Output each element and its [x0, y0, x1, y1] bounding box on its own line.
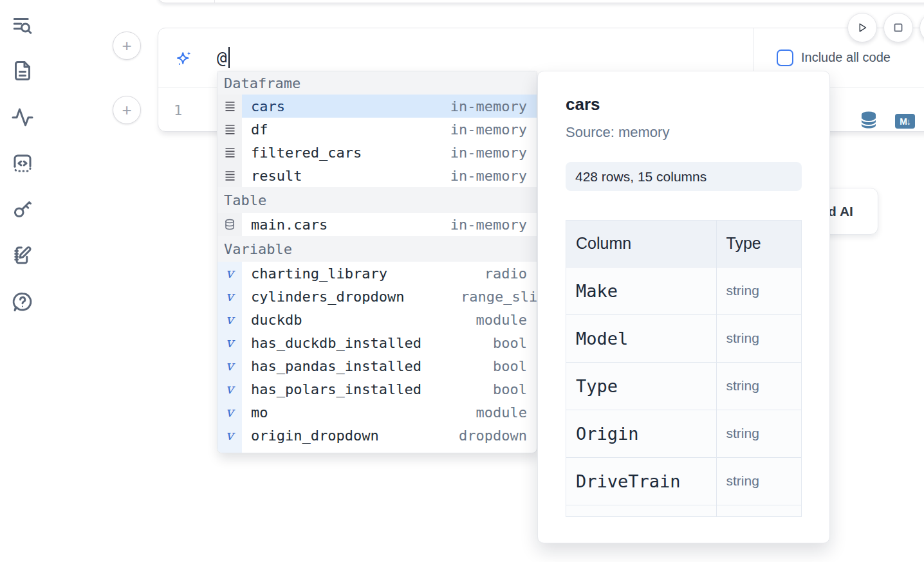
autocomplete-dropdown: Dataframe carsin-memory dfin-memory filt…: [217, 71, 537, 453]
autocomplete-item-cars[interactable]: carsin-memory: [217, 95, 537, 118]
ai-helper-label: d AI: [828, 204, 853, 219]
gutter-divider: [214, 0, 215, 3]
add-cell-below-button[interactable]: +: [113, 96, 141, 124]
type-header: Type: [716, 221, 801, 267]
autocomplete-item-pandas[interactable]: v pandasmodule: [217, 447, 537, 453]
autocomplete-item-df[interactable]: dfin-memory: [217, 118, 537, 141]
text-cursor: [228, 47, 230, 68]
ai-prompt-input[interactable]: @: [217, 48, 227, 68]
autocomplete-item-filtered-cars[interactable]: filtered_carsin-memory: [217, 141, 537, 164]
variable-icon: v: [226, 290, 234, 304]
activity-icon: [11, 105, 34, 129]
table-row: Model string: [566, 314, 801, 362]
schema-table-wrap: Column Type Make string Model string Typ…: [566, 220, 802, 517]
table-row: Make string: [566, 267, 801, 314]
dataframe-rows-icon: [225, 147, 236, 159]
table-row: Type string: [566, 362, 801, 410]
variable-icon: v: [226, 359, 234, 373]
autocomplete-item-has-polars-installed[interactable]: v has_polars_installedbool: [217, 377, 537, 401]
section-header-dataframe: Dataframe: [217, 71, 537, 95]
table-row: Origin string: [566, 410, 801, 457]
variable-icon: v: [226, 452, 234, 454]
autocomplete-item-has-pandas-installed[interactable]: v has_pandas_installedbool: [217, 354, 537, 377]
markdown-icon: M↓: [900, 116, 910, 127]
run-cell-button[interactable]: [847, 13, 877, 42]
variable-icon: v: [226, 429, 234, 442]
autocomplete-item-main-cars[interactable]: main.carsin-memory: [217, 213, 537, 236]
stop-icon: [891, 21, 905, 35]
autocomplete-item-result[interactable]: resultin-memory: [217, 164, 537, 187]
schema-header-row: Column Type: [566, 221, 801, 267]
play-icon: [855, 21, 869, 35]
database-icon: [224, 219, 236, 230]
column-header: Column: [566, 221, 716, 267]
list-search-icon: [11, 14, 34, 37]
convert-to-sql-button[interactable]: [860, 111, 878, 132]
add-cell-above-button[interactable]: +: [113, 32, 141, 60]
notebook-pen-icon: [11, 244, 34, 267]
section-header-variable: Variable: [217, 236, 537, 262]
autocomplete-item-origin-dropdown[interactable]: v origin_dropdowndropdown: [217, 424, 537, 447]
code-box-icon: [11, 152, 34, 175]
autocomplete-item-has-duckdb-installed[interactable]: v has_duckdb_installedbool: [217, 331, 537, 354]
autocomplete-item-duckdb[interactable]: v duckdbmodule: [217, 308, 537, 331]
database-icon: [860, 111, 878, 130]
preview-summary-badge: 428 rows, 15 columns: [566, 162, 802, 191]
notebook-canvas: + + @ Include all code 1: [0, 0, 924, 562]
variable-icon: v: [226, 313, 234, 327]
key-icon: [11, 197, 34, 221]
line-number: 1: [174, 87, 182, 132]
dataframe-preview-panel: cars Source: memory 428 rows, 15 columns…: [537, 71, 830, 543]
previous-cell-remnant: [158, 0, 924, 3]
autocomplete-item-mo[interactable]: v momodule: [217, 401, 537, 424]
sidebar-item-help[interactable]: [10, 290, 35, 314]
sidebar-item-table-of-contents[interactable]: [10, 14, 35, 38]
variable-icon: v: [226, 336, 234, 350]
sidebar-item-snippets[interactable]: [10, 151, 35, 176]
convert-to-markdown-button[interactable]: M↓: [895, 114, 915, 129]
include-all-code-checkbox[interactable]: [777, 50, 793, 66]
variable-icon: v: [226, 267, 234, 280]
dataframe-rows-icon: [225, 100, 236, 113]
section-header-table: Table: [217, 187, 537, 213]
help-bubble-icon: [11, 291, 34, 314]
variable-icon: v: [226, 406, 234, 419]
include-all-code-label: Include all code: [801, 50, 891, 65]
sidebar-item-scratchpad[interactable]: [10, 243, 35, 267]
schema-table: Column Type Make string Model string Typ…: [566, 221, 801, 517]
variable-icon: v: [226, 383, 234, 396]
sparkles-ai-icon: [175, 50, 193, 70]
autocomplete-item-charting-library[interactable]: v charting_libraryradio: [217, 262, 537, 285]
sidebar-item-secrets[interactable]: [10, 197, 35, 221]
sidebar-item-files[interactable]: [10, 59, 35, 83]
preview-source: Source: memory: [566, 124, 802, 141]
sidebar-item-variables[interactable]: [10, 105, 35, 129]
table-row: DriveTrain string: [566, 457, 801, 505]
table-row-partial: [566, 505, 801, 517]
stop-cell-button[interactable]: [883, 13, 913, 42]
file-text-icon: [11, 59, 34, 82]
autocomplete-item-cylinders-dropdown[interactable]: v cylinders_dropdownrange_slider: [217, 285, 537, 308]
dataframe-rows-icon: [225, 170, 236, 182]
dataframe-rows-icon: [225, 123, 236, 136]
preview-title: cars: [566, 95, 802, 114]
